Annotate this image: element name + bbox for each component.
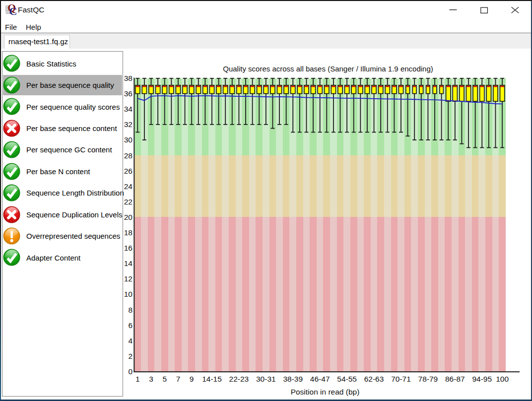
svg-text:46-47: 46-47 [310, 375, 330, 383]
svg-text:2: 2 [128, 352, 133, 360]
svg-text:C: C [9, 5, 17, 17]
svg-text:36: 36 [124, 89, 133, 98]
svg-text:38-39: 38-39 [283, 375, 303, 383]
svg-text:8: 8 [128, 306, 133, 314]
svg-text:34: 34 [124, 105, 133, 113]
svg-text:30-31: 30-31 [256, 375, 276, 383]
svg-text:28: 28 [124, 151, 133, 160]
svg-text:32: 32 [124, 120, 133, 129]
svg-text:86-87: 86-87 [445, 375, 465, 383]
svg-text:14-15: 14-15 [202, 375, 222, 383]
svg-text:6: 6 [128, 321, 133, 330]
svg-text:24: 24 [124, 182, 133, 191]
svg-text:78-79: 78-79 [418, 375, 438, 383]
svg-text:70-71: 70-71 [391, 375, 411, 383]
svg-text:20: 20 [124, 213, 133, 221]
svg-text:1: 1 [135, 375, 140, 383]
svg-text:Position in read (bp): Position in read (bp) [291, 388, 360, 396]
svg-text:18: 18 [124, 228, 133, 237]
svg-text:9: 9 [190, 375, 194, 383]
svg-text:30: 30 [124, 135, 133, 144]
svg-text:7: 7 [176, 375, 181, 383]
svg-text:62-63: 62-63 [364, 375, 384, 383]
svg-text:94-95: 94-95 [472, 375, 492, 383]
svg-text:3: 3 [149, 375, 153, 383]
svg-text:100: 100 [496, 375, 509, 383]
svg-text:5: 5 [162, 375, 167, 383]
svg-text:Quality scores across all base: Quality scores across all bases (Sanger … [223, 65, 433, 73]
svg-text:12: 12 [124, 274, 133, 283]
svg-text:0: 0 [128, 367, 133, 376]
svg-text:4: 4 [128, 336, 133, 345]
svg-text:26: 26 [124, 167, 133, 175]
svg-text:10: 10 [124, 290, 133, 298]
svg-text:22: 22 [124, 198, 133, 206]
svg-text:22-23: 22-23 [229, 375, 249, 383]
svg-text:14: 14 [124, 259, 133, 267]
svg-text:38: 38 [124, 74, 133, 82]
svg-text:54-55: 54-55 [337, 375, 357, 383]
svg-text:16: 16 [124, 244, 133, 252]
